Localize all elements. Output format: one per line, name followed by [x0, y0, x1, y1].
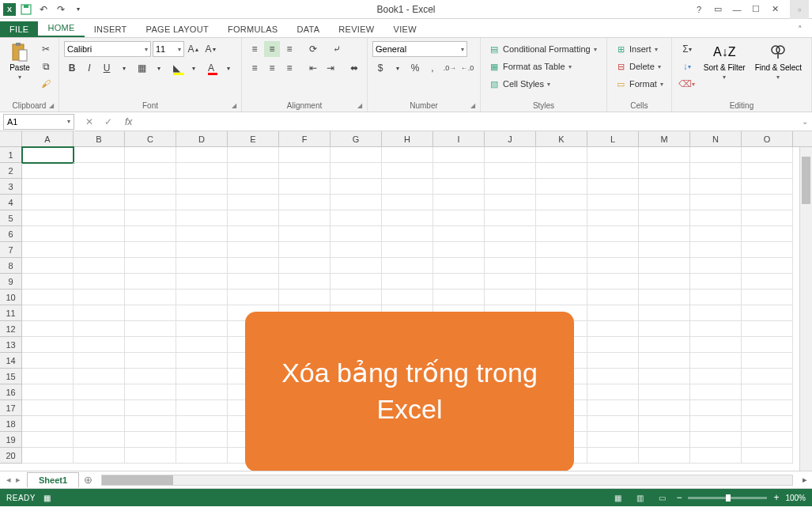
column-header[interactable]: L	[587, 131, 639, 146]
cell[interactable]	[690, 290, 742, 305]
zoom-in-button[interactable]: +	[773, 492, 779, 503]
cell[interactable]	[125, 384, 176, 400]
cell[interactable]	[125, 290, 176, 305]
cell[interactable]	[228, 179, 279, 195]
cell[interactable]	[742, 400, 793, 416]
font-color-more-button[interactable]: ▾	[221, 60, 236, 76]
cell[interactable]	[639, 147, 690, 163]
underline-button[interactable]: U	[99, 60, 115, 76]
cell[interactable]	[690, 210, 742, 226]
cell[interactable]	[536, 147, 587, 163]
column-header[interactable]: J	[485, 131, 536, 146]
cell[interactable]	[485, 147, 536, 163]
cell[interactable]	[536, 242, 587, 258]
cell[interactable]	[22, 416, 74, 432]
cell[interactable]	[125, 147, 176, 163]
cell[interactable]	[587, 321, 639, 337]
macro-record-icon[interactable]: ▦	[43, 494, 51, 502]
cell[interactable]	[330, 242, 382, 258]
cell[interactable]	[176, 147, 228, 163]
align-right-button[interactable]: ≡	[281, 60, 297, 76]
cell[interactable]	[433, 163, 485, 179]
cell[interactable]	[74, 432, 125, 448]
cell[interactable]	[22, 258, 74, 274]
cell[interactable]	[742, 369, 793, 384]
cell[interactable]	[74, 305, 125, 321]
qat-undo-button[interactable]: ↶	[36, 2, 51, 17]
align-left-button[interactable]: ≡	[247, 60, 262, 76]
cell[interactable]	[125, 179, 176, 195]
cell[interactable]	[742, 353, 793, 369]
cell[interactable]	[485, 163, 536, 179]
row-header[interactable]: 2	[0, 163, 22, 179]
cell[interactable]	[639, 321, 690, 337]
cell[interactable]	[536, 226, 587, 242]
cell[interactable]	[279, 210, 330, 226]
qat-customize-button[interactable]: ▾	[71, 2, 85, 17]
font-color-button[interactable]: A	[203, 60, 219, 76]
row-header[interactable]: 8	[0, 258, 22, 274]
cell[interactable]	[587, 226, 639, 242]
cell[interactable]	[433, 195, 485, 210]
cell[interactable]	[587, 369, 639, 384]
cell[interactable]	[639, 353, 690, 369]
cell[interactable]	[639, 163, 690, 179]
cell[interactable]	[742, 163, 793, 179]
cell[interactable]	[22, 384, 74, 400]
cell[interactable]	[125, 210, 176, 226]
cell[interactable]	[382, 210, 433, 226]
cell[interactable]	[485, 290, 536, 305]
cell[interactable]	[22, 290, 74, 305]
cell[interactable]	[742, 242, 793, 258]
row-header[interactable]: 18	[0, 416, 22, 432]
fill-color-more-button[interactable]: ▾	[186, 60, 202, 76]
cell[interactable]	[742, 274, 793, 290]
column-header[interactable]: A	[22, 131, 74, 146]
cell[interactable]	[74, 448, 125, 464]
cell[interactable]	[22, 321, 74, 337]
clipboard-dialog-launcher[interactable]: ◢	[49, 102, 54, 109]
cell[interactable]	[587, 147, 639, 163]
column-header[interactable]: E	[228, 131, 279, 146]
row-header[interactable]: 10	[0, 290, 22, 305]
column-header[interactable]: H	[382, 131, 433, 146]
row-header[interactable]: 13	[0, 337, 22, 353]
cell[interactable]	[690, 195, 742, 210]
cell[interactable]	[587, 210, 639, 226]
number-format-combo[interactable]: General▾	[372, 41, 467, 57]
cell[interactable]	[22, 337, 74, 353]
align-bottom-button[interactable]: ≡	[281, 41, 297, 57]
cell[interactable]	[74, 210, 125, 226]
cell[interactable]	[125, 448, 176, 464]
cell[interactable]	[742, 195, 793, 210]
cell[interactable]	[742, 432, 793, 448]
cell[interactable]	[536, 179, 587, 195]
tab-review[interactable]: REVIEW	[329, 21, 383, 37]
cell[interactable]	[125, 195, 176, 210]
tab-insert[interactable]: INSERT	[85, 21, 137, 37]
underline-more-button[interactable]: ▾	[116, 60, 132, 76]
cell[interactable]	[433, 226, 485, 242]
cell[interactable]	[74, 416, 125, 432]
autosum-button[interactable]: Σ ▾	[677, 41, 697, 57]
cell[interactable]	[536, 290, 587, 305]
cell[interactable]	[485, 274, 536, 290]
cell[interactable]	[176, 195, 228, 210]
cell[interactable]	[125, 321, 176, 337]
cell[interactable]	[382, 242, 433, 258]
cell[interactable]	[639, 226, 690, 242]
accounting-more-button[interactable]: ▾	[390, 60, 406, 76]
cell[interactable]	[742, 290, 793, 305]
cell[interactable]	[22, 242, 74, 258]
tab-home[interactable]: HOME	[38, 20, 84, 37]
find-select-button[interactable]: Find & Select ▾	[752, 41, 805, 82]
cell[interactable]	[536, 163, 587, 179]
expand-formula-bar-button[interactable]: ⌄	[798, 117, 812, 126]
column-header[interactable]: D	[176, 131, 228, 146]
cell[interactable]	[485, 226, 536, 242]
cell[interactable]	[22, 369, 74, 384]
cell[interactable]	[639, 448, 690, 464]
cell[interactable]	[639, 195, 690, 210]
cell[interactable]	[690, 274, 742, 290]
cell[interactable]	[74, 226, 125, 242]
